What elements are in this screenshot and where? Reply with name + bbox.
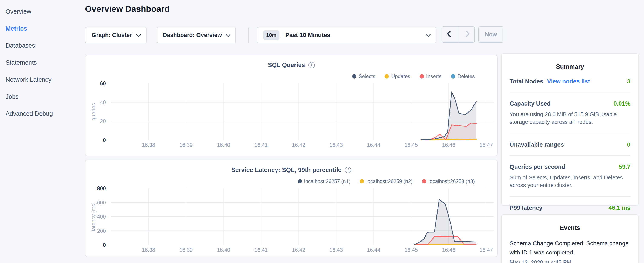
sidebar-item-advanced-debug[interactable]: Advanced Debug xyxy=(0,105,81,122)
sidebar-item-network-latency[interactable]: Network Latency xyxy=(0,71,81,88)
service-latency-chart: 020040060080016:3816:3916:4016:4116:4216… xyxy=(86,160,498,257)
svg-text:16:47: 16:47 xyxy=(480,142,493,148)
unavailable-ranges-row: Unavailable ranges 0 xyxy=(510,133,630,156)
chevron-down-icon xyxy=(426,32,431,37)
svg-text:400: 400 xyxy=(97,214,106,220)
events-title: Events xyxy=(502,215,638,231)
p99-latency-label: P99 latency xyxy=(510,204,542,211)
svg-text:16:42: 16:42 xyxy=(292,142,305,148)
time-range-badge: 10m xyxy=(263,31,279,40)
svg-text:0: 0 xyxy=(103,137,106,143)
p99-latency-value: 46.1 ms xyxy=(608,204,630,211)
dashboard-dropdown-label: Dashboard: Overview xyxy=(163,32,222,39)
capacity-used-label: Capacity Used xyxy=(510,100,551,107)
total-nodes-label: Total Nodes xyxy=(510,78,543,85)
graph-dropdown-label: Graph: Cluster xyxy=(92,32,132,39)
time-range-selector[interactable]: 10m Past 10 Minutes xyxy=(257,27,436,43)
sql-queries-chart: 020406016:3816:3916:4016:4116:4216:4316:… xyxy=(86,55,498,157)
sql-queries-chart-card: SQL Queries i SelectsUpdatesInsertsDelet… xyxy=(85,55,498,156)
svg-text:0: 0 xyxy=(103,242,106,248)
now-button-label: Now xyxy=(485,31,497,38)
now-button[interactable]: Now xyxy=(478,26,504,43)
queries-per-second-value: 59.7 xyxy=(619,163,630,170)
page-title: Overview Dashboard xyxy=(85,4,170,14)
queries-per-second-description: Sum of Selects, Updates, Inserts, and De… xyxy=(510,174,630,189)
sidebar: Overview Metrics Databases Statements Ne… xyxy=(0,0,81,122)
svg-text:16:44: 16:44 xyxy=(367,247,380,253)
chevron-right-icon xyxy=(463,31,470,37)
svg-text:20: 20 xyxy=(100,118,106,124)
svg-text:queries: queries xyxy=(90,103,96,120)
event-item-text[interactable]: Schema Change Completed: Schema change w… xyxy=(510,239,630,257)
svg-text:16:46: 16:46 xyxy=(442,142,456,148)
svg-text:200: 200 xyxy=(97,228,106,234)
summary-title: Summary xyxy=(502,54,638,70)
toolbar-divider xyxy=(248,28,249,43)
events-panel: Events Schema Change Completed: Schema c… xyxy=(501,214,639,263)
view-nodes-list-link[interactable]: View nodes list xyxy=(547,78,590,85)
svg-text:40: 40 xyxy=(100,99,106,105)
capacity-used-description: You are using 28.6 MiB of 515.9 GiB usab… xyxy=(510,110,630,126)
svg-text:16:39: 16:39 xyxy=(180,142,193,148)
queries-per-second-label: Queries per second xyxy=(510,163,565,170)
sidebar-item-jobs[interactable]: Jobs xyxy=(0,88,81,105)
next-time-button[interactable] xyxy=(458,27,474,42)
svg-text:16:43: 16:43 xyxy=(330,142,343,148)
svg-text:16:47: 16:47 xyxy=(480,247,493,253)
svg-text:16:40: 16:40 xyxy=(217,247,230,253)
dashboard-dropdown[interactable]: Dashboard: Overview xyxy=(157,27,236,43)
svg-text:16:43: 16:43 xyxy=(330,247,343,253)
prev-time-button[interactable] xyxy=(442,27,458,42)
chevron-left-icon xyxy=(447,31,453,37)
service-latency-chart-card: Service Latency: SQL, 99th percentile i … xyxy=(85,160,498,257)
svg-text:16:42: 16:42 xyxy=(292,247,305,253)
svg-text:16:38: 16:38 xyxy=(142,142,155,148)
capacity-used-row: Capacity Used 0.01% You are using 28.6 M… xyxy=(510,92,630,133)
chevron-down-icon xyxy=(136,32,141,37)
svg-text:16:41: 16:41 xyxy=(254,247,268,253)
svg-text:16:45: 16:45 xyxy=(404,142,418,148)
chevron-down-icon xyxy=(226,32,231,37)
sidebar-item-databases[interactable]: Databases xyxy=(0,37,81,54)
svg-text:800: 800 xyxy=(97,185,106,191)
svg-text:16:38: 16:38 xyxy=(142,247,155,253)
svg-text:600: 600 xyxy=(97,200,106,205)
unavailable-ranges-label: Unavailable ranges xyxy=(510,141,564,148)
total-nodes-row: Total Nodes View nodes list 3 xyxy=(510,70,630,92)
time-range-label: Past 10 Minutes xyxy=(285,32,330,39)
sidebar-item-statements[interactable]: Statements xyxy=(0,54,81,71)
svg-text:16:39: 16:39 xyxy=(180,247,193,253)
sidebar-item-overview[interactable]: Overview xyxy=(0,3,81,20)
svg-text:16:40: 16:40 xyxy=(217,142,230,148)
total-nodes-value: 3 xyxy=(627,78,630,85)
graph-dropdown[interactable]: Graph: Cluster xyxy=(85,27,147,43)
overview-dashboard-page: Overview Metrics Databases Statements Ne… xyxy=(0,0,644,263)
svg-text:60: 60 xyxy=(100,80,106,86)
event-item-timestamp: May 13, 2020 at 4:45 PM xyxy=(510,259,630,263)
sidebar-item-metrics[interactable]: Metrics xyxy=(0,20,81,37)
queries-per-second-row: Queries per second 59.7 Sum of Selects, … xyxy=(510,156,630,197)
summary-panel: Summary Total Nodes View nodes list 3 Ca… xyxy=(501,53,639,205)
svg-text:16:46: 16:46 xyxy=(442,247,456,253)
svg-text:16:45: 16:45 xyxy=(404,247,418,253)
svg-text:16:44: 16:44 xyxy=(367,142,380,148)
svg-text:16:41: 16:41 xyxy=(254,142,268,148)
unavailable-ranges-value: 0 xyxy=(627,141,630,148)
capacity-used-value: 0.01% xyxy=(614,100,630,107)
svg-text:latency (ms): latency (ms) xyxy=(90,202,96,231)
time-step-buttons xyxy=(442,26,475,43)
